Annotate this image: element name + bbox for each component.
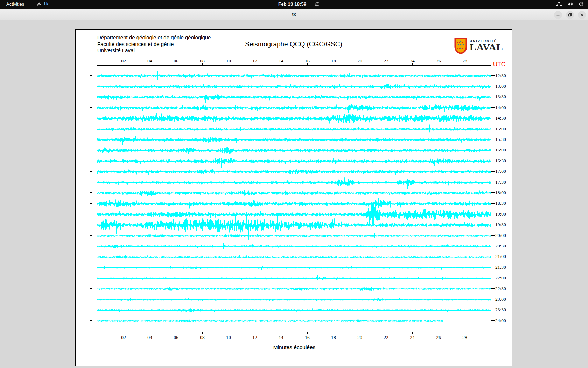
- utc-time-label: 22:30: [495, 286, 511, 292]
- top-x-tickmark: [412, 63, 413, 66]
- bottom-x-tick-label: 08: [196, 335, 208, 340]
- activities-button[interactable]: Activities: [5, 1, 26, 7]
- utc-time-label: 14:30: [495, 115, 511, 121]
- logo-laval-text: LAVAL: [470, 43, 503, 52]
- left-y-tickmark: [90, 214, 92, 214]
- bottom-x-tickmark: [465, 332, 465, 334]
- utc-time-label: 23:00: [495, 297, 511, 302]
- network-icon: [556, 1, 562, 7]
- right-y-tickmark: [491, 75, 495, 76]
- utc-time-label: 16:30: [495, 158, 511, 164]
- bottom-x-tick-label: 20: [354, 335, 366, 340]
- utc-time-label: 21:00: [495, 254, 511, 259]
- top-x-tickmark: [255, 63, 255, 66]
- left-y-tickmark: [90, 203, 92, 204]
- top-x-tickmark: [334, 63, 334, 66]
- utc-time-label: 20:30: [495, 243, 511, 249]
- window-titlebar[interactable]: tk: [0, 9, 588, 20]
- left-y-tickmark: [90, 182, 92, 182]
- utc-time-label: 18:30: [495, 200, 511, 206]
- left-y-tickmark: [90, 267, 92, 267]
- utc-time-label: 23:30: [495, 307, 511, 313]
- left-y-tickmark: [90, 86, 92, 86]
- top-x-tickmark: [307, 63, 308, 66]
- volume-icon: [567, 1, 573, 7]
- app-menu-label: Tk: [43, 1, 48, 6]
- bottom-x-tick-label: 02: [118, 335, 130, 340]
- top-x-tickmark: [150, 63, 150, 66]
- bottom-x-tickmark: [307, 332, 308, 334]
- right-y-tickmark: [491, 86, 495, 86]
- left-y-tickmark: [90, 139, 92, 139]
- right-y-tickmark: [491, 278, 495, 278]
- bottom-x-tickmark: [386, 332, 386, 334]
- left-y-tickmark: [90, 299, 92, 299]
- utc-time-label: 24:00: [495, 318, 511, 323]
- minimize-button[interactable]: [554, 11, 562, 19]
- left-y-tickmark: [90, 235, 92, 236]
- top-x-tickmark: [386, 63, 386, 66]
- close-button[interactable]: [578, 11, 586, 19]
- universite-laval-logo: UNIVERSITÉ LAVAL: [454, 38, 503, 54]
- laval-shield-icon: [454, 38, 467, 54]
- institution-line-1: Département de géologie et de génie géol…: [97, 34, 211, 41]
- bottom-x-tickmark: [229, 332, 229, 334]
- right-y-tickmark: [491, 182, 495, 182]
- seismograph-canvas-area: Département de géologie et de génie géol…: [75, 29, 512, 366]
- notifications-off-icon: [314, 2, 320, 7]
- left-y-tickmark: [90, 75, 92, 76]
- system-status-area[interactable]: [556, 1, 584, 7]
- utc-time-label: 17:30: [495, 179, 511, 185]
- left-y-tickmark: [90, 288, 92, 289]
- bottom-x-tick-label: 26: [433, 335, 444, 340]
- bottom-x-tick-label: 10: [223, 335, 234, 340]
- gnome-top-bar: Activities Tk Feb 13 18:59: [0, 0, 588, 9]
- top-x-tickmark: [465, 63, 465, 66]
- window-title: tk: [0, 12, 588, 17]
- bottom-x-tickmark: [176, 332, 176, 334]
- chart-title: Séismographe QCQ (CGC/GSC): [76, 40, 512, 48]
- top-x-tickmark: [439, 63, 439, 66]
- right-y-tickmark: [491, 171, 495, 172]
- right-y-tickmark: [491, 310, 495, 310]
- bottom-x-tick-label: 06: [170, 335, 182, 340]
- clock[interactable]: Feb 13 18:59: [278, 1, 306, 7]
- tk-icon: [36, 1, 41, 6]
- left-y-tickmark: [90, 161, 92, 161]
- app-menu[interactable]: Tk: [36, 1, 48, 6]
- bottom-x-tick-label: 04: [144, 335, 156, 340]
- top-x-tickmark: [176, 63, 176, 66]
- right-y-tickmark: [491, 129, 495, 129]
- left-y-tickmark: [90, 192, 92, 193]
- institution-line-3: Université Laval: [97, 47, 211, 54]
- bottom-x-tickmark: [360, 332, 360, 334]
- left-y-tickmark: [90, 320, 92, 321]
- bottom-x-tickmark: [255, 332, 255, 334]
- right-y-tickmark: [491, 246, 495, 246]
- left-y-tickmark: [90, 225, 92, 225]
- bottom-x-tickmark: [202, 332, 203, 334]
- utc-time-label: 20:00: [495, 233, 511, 238]
- utc-time-label: 12:30: [495, 73, 511, 79]
- utc-time-label: 22:00: [495, 275, 511, 281]
- utc-time-label: 15:30: [495, 137, 511, 142]
- left-y-tickmark: [90, 150, 92, 150]
- utc-time-label: 17:00: [495, 169, 511, 174]
- restore-button[interactable]: [566, 11, 574, 19]
- left-y-tickmark: [90, 129, 92, 129]
- x-axis-title: Minutes écoulées: [76, 344, 513, 350]
- right-y-tickmark: [491, 118, 495, 118]
- utc-time-label: 18:00: [495, 190, 511, 196]
- utc-time-label: 14:00: [495, 105, 511, 110]
- power-icon: [579, 1, 584, 7]
- bottom-x-tickmark: [124, 332, 124, 334]
- top-x-tickmark: [124, 63, 124, 66]
- right-y-tickmark: [491, 139, 495, 139]
- utc-time-label: 13:30: [495, 94, 511, 100]
- left-y-tickmark: [90, 97, 92, 97]
- utc-axis-label: UTC: [493, 61, 505, 68]
- utc-time-label: 16:00: [495, 147, 511, 153]
- left-y-tickmark: [90, 171, 92, 172]
- bottom-x-tick-label: 14: [275, 335, 287, 340]
- right-y-tickmark: [491, 203, 495, 204]
